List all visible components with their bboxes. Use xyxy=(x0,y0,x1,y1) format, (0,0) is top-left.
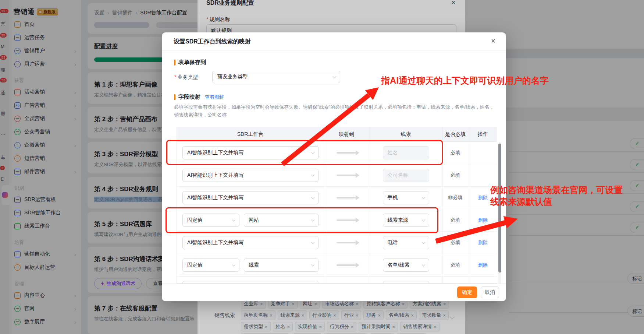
view-diagram-link[interactable]: 查看图解 xyxy=(205,94,224,101)
map-arrow-icon xyxy=(337,242,356,243)
annotation-note-1: 指AI通过聊天的上下文即可识别用户的名字 xyxy=(381,75,549,87)
section-bar xyxy=(174,60,175,66)
mapping-modal: 设置SDR工作台到线索的映射 ✕ 表单保存到 *业务类型 预设业务类型 字段映射… xyxy=(162,32,506,301)
mapping-cell xyxy=(324,164,369,186)
scrollbar-thumb[interactable] xyxy=(498,144,501,273)
annotation-highlight-box-2 xyxy=(166,207,438,233)
column-header-线索: 线索 xyxy=(369,127,443,141)
required-mark: * xyxy=(174,74,176,80)
close-icon[interactable]: ✕ xyxy=(491,38,496,45)
action-cell xyxy=(468,277,497,284)
target-select[interactable]: 电话 xyxy=(383,236,429,249)
chevron-down-icon xyxy=(421,196,425,199)
delete-link[interactable]: 删除 xyxy=(478,217,488,224)
select-value: AI智能识别上下文并填写 xyxy=(187,172,243,179)
target-select[interactable]: 名单/线索 xyxy=(383,259,429,272)
mapping-cell xyxy=(324,187,369,209)
table-row-3: AI智能识别上下文并填写手机非必填删除 xyxy=(177,187,497,209)
target-input-disabled: 公司名称 xyxy=(383,169,429,182)
chevron-down-icon xyxy=(311,196,315,199)
action-cell: 删除 xyxy=(468,209,497,231)
required-cell: 必填 xyxy=(443,232,468,254)
screen: 99+言55M53理53通服⋯车2E 营销通 旗舰版 首页运营任务营销用户›用户… xyxy=(0,0,644,334)
modal-title: 设置SDR工作台到线索的映射 xyxy=(174,38,251,46)
select-value: 固定值 xyxy=(187,262,203,268)
table-row-7: AI智能识别上下文并填写 xyxy=(177,277,497,284)
source-cell: AI智能识别上下文并填写 xyxy=(177,187,324,209)
confirm-button[interactable]: 确定 xyxy=(457,286,477,298)
table-header: SDR工作台映射到线索是否必填操作 xyxy=(177,127,497,142)
target-cell: 手机 xyxy=(369,187,443,209)
section-bar xyxy=(174,94,175,100)
field-mapping-section: 字段映射 查看图解 xyxy=(174,94,224,101)
source-select[interactable]: AI智能识别上下文并填写 xyxy=(182,236,319,249)
mapping-cell xyxy=(324,277,369,284)
fixed-value-option-select[interactable]: 线索 xyxy=(244,259,319,272)
chevron-down-icon xyxy=(421,263,425,267)
column-header-SDR工作台: SDR工作台 xyxy=(177,127,324,141)
action-cell xyxy=(468,164,497,186)
annotation-highlight-box-1 xyxy=(166,140,443,165)
source-select[interactable]: AI智能识别上下文并填写 xyxy=(182,169,319,182)
source-cell: AI智能识别上下文并填写 xyxy=(177,277,324,284)
source-select[interactable]: AI智能识别上下文并填写 xyxy=(182,281,319,284)
delete-link[interactable]: 删除 xyxy=(478,194,488,201)
mapping-cell xyxy=(324,254,369,276)
chevron-down-icon xyxy=(232,263,236,267)
delete-link[interactable]: 删除 xyxy=(478,239,488,246)
select-value: AI智能识别上下文并填写 xyxy=(187,239,243,246)
action-cell xyxy=(468,142,497,164)
column-header-映射到: 映射到 xyxy=(324,127,369,141)
target-cell: 名单/线索 xyxy=(369,254,443,276)
mapping-cell xyxy=(324,232,369,254)
required-cell: 必填 xyxy=(443,254,468,276)
annotation-note-2: 例如咨询渠道场景在官网，可设置 线索来源默认值 xyxy=(490,184,623,208)
source-cell: 固定值线索 xyxy=(177,254,324,276)
column-header-是否必填: 是否必填 xyxy=(443,127,468,141)
required-cell: 非必填 xyxy=(443,187,468,209)
cancel-button[interactable]: 取消 xyxy=(481,286,499,298)
select-value: 电话 xyxy=(388,239,398,246)
delete-link[interactable]: 删除 xyxy=(478,262,488,268)
map-arrow-icon xyxy=(337,197,356,198)
action-cell: 删除 xyxy=(468,232,497,254)
chevron-down-icon xyxy=(311,173,315,177)
target-cell: 公司名称 xyxy=(369,164,443,186)
target-cell: 电话 xyxy=(369,232,443,254)
table-row-2: AI智能识别上下文并填写公司名称必填 xyxy=(177,164,497,187)
required-cell: 必填 xyxy=(443,142,468,164)
select-value: 手机 xyxy=(388,194,398,201)
required-cell xyxy=(443,277,468,284)
table-row-6: 固定值线索名单/线索必填删除 xyxy=(177,254,497,277)
required-cell: 必填 xyxy=(443,164,468,186)
target-select[interactable] xyxy=(383,281,429,284)
chevron-down-icon xyxy=(333,75,337,78)
column-header-操作: 操作 xyxy=(468,127,497,141)
divider xyxy=(162,284,506,284)
form-save-section: 表单保存到 xyxy=(174,59,206,66)
action-cell: 删除 xyxy=(468,254,497,276)
chevron-down-icon xyxy=(311,240,315,244)
target-select[interactable]: 手机 xyxy=(383,191,429,204)
required-cell: 必填 xyxy=(443,209,468,231)
map-arrow-icon xyxy=(337,175,356,176)
source-select[interactable]: AI智能识别上下文并填写 xyxy=(182,191,319,204)
chevron-down-icon xyxy=(311,263,315,267)
target-cell xyxy=(369,277,443,284)
mapping-help-text: 必填字段需要有映射字段，如果字段为空时会导致保存失败。请确保"线索"的必填项设置… xyxy=(174,103,495,119)
select-value: 线索 xyxy=(249,262,259,268)
map-arrow-icon xyxy=(337,264,356,266)
business-type-select[interactable]: 预设业务类型 xyxy=(212,71,340,83)
chevron-down-icon xyxy=(421,240,425,244)
source-cell: AI智能识别上下文并填写 xyxy=(177,232,324,254)
divider xyxy=(162,50,506,50)
select-value: 名单/线索 xyxy=(388,262,410,268)
business-type-label: *业务类型 xyxy=(174,74,198,81)
source-cell: AI智能识别上下文并填写 xyxy=(177,164,324,186)
table-row-5: AI智能识别上下文并填写电话必填删除 xyxy=(177,232,497,254)
select-value: AI智能识别上下文并填写 xyxy=(187,194,243,201)
fixed-value-select[interactable]: 固定值 xyxy=(182,259,239,272)
